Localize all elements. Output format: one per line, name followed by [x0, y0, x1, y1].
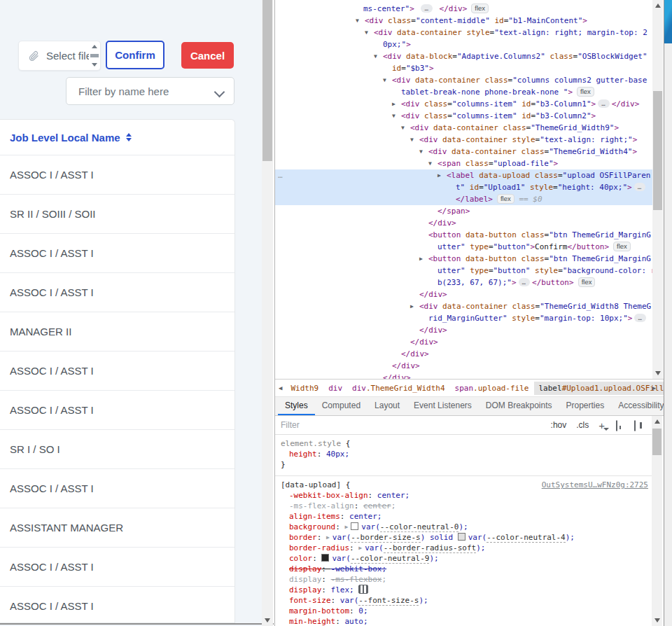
- dom-tree-node[interactable]: </div>: [275, 348, 652, 360]
- breadcrumb-back-icon[interactable]: ◀: [275, 384, 286, 391]
- table-row[interactable]: ASSISTANT MANAGER: [0, 508, 234, 548]
- styles-filter-input[interactable]: Filter: [275, 420, 551, 430]
- tree-expand-arrow-icon[interactable]: ▼: [410, 134, 419, 146]
- tree-expand-arrow-icon[interactable]: ▼: [356, 15, 365, 27]
- dom-tree-node[interactable]: rid_MarginGutter" style="margin-top: 10p…: [275, 312, 652, 324]
- table-row[interactable]: ASSOC I / ASST I: [0, 391, 234, 430]
- css-rule-line[interactable]: min-height: auto;: [275, 616, 652, 626]
- dom-tree-node[interactable]: </div>: [275, 217, 652, 229]
- ellipsis-pill[interactable]: …: [598, 99, 609, 108]
- dom-tree-node[interactable]: </div>: [275, 336, 652, 348]
- app-scrollbar-down-button[interactable]: [262, 615, 273, 626]
- tree-expand-arrow-icon[interactable]: ▼: [374, 50, 383, 62]
- dom-tree-node[interactable]: 0px;">: [275, 39, 652, 50]
- dom-tree-node[interactable]: utter" type="button">Confirm</button>fle…: [275, 241, 652, 253]
- paint-roller-icon[interactable]: [616, 421, 626, 429]
- expand-arrow-icon[interactable]: ▶: [344, 524, 348, 530]
- dom-tree-node[interactable]: </div>: [275, 372, 652, 379]
- spinner-down-icon[interactable]: [92, 63, 97, 67]
- elements-scroll-down-button[interactable]: [652, 368, 663, 379]
- tree-expand-arrow-icon[interactable]: ▶: [410, 300, 419, 312]
- table-row[interactable]: MANAGER II: [0, 312, 234, 352]
- css-rule-line[interactable]: }: [275, 459, 652, 470]
- ellipsis-pill[interactable]: …: [421, 4, 432, 13]
- dom-tree-node[interactable]: ▶<button data-button class="btn ThemeGri…: [275, 253, 652, 265]
- flex-badge[interactable]: flex: [613, 242, 631, 251]
- dom-tree-node[interactable]: ▼<div class="content-middle" id="b1-Main…: [275, 15, 652, 27]
- cancel-button[interactable]: Cancel: [181, 42, 234, 69]
- styles-scroll-up-button[interactable]: [652, 416, 662, 427]
- app-scrollbar-thumb[interactable]: [262, 0, 272, 161]
- elements-scrollbar[interactable]: [652, 0, 663, 379]
- css-rule-line[interactable]: element.style {: [275, 438, 652, 449]
- dom-tree-node[interactable]: ▼<div data-block="Adaptive.Columns2" cla…: [275, 50, 652, 62]
- dom-tree-node[interactable]: </div>: [275, 324, 652, 336]
- dom-tree-node[interactable]: ▼<div data-container style="text-align: …: [275, 27, 652, 39]
- breadcrumb-item[interactable]: Width9: [286, 382, 323, 395]
- dom-tree-node[interactable]: </label>flex == $0: [275, 193, 652, 205]
- css-rule-line[interactable]: color: var(--color-neutral-9);: [275, 553, 652, 564]
- css-rule-line[interactable]: border-radius: ▶var(--border-radius-soft…: [275, 543, 652, 553]
- breadcrumb-item[interactable]: span.upload-file: [450, 382, 534, 395]
- color-swatch[interactable]: [321, 554, 329, 562]
- table-row[interactable]: SR I / SO I: [0, 430, 234, 469]
- tree-expand-arrow-icon[interactable]: ▼: [428, 158, 438, 169]
- tab-accessibility[interactable]: Accessibility: [611, 397, 671, 415]
- css-rule-line[interactable]: margin-bottom: 0;: [275, 606, 652, 616]
- table-row[interactable]: ASSOC I / ASST I: [0, 273, 234, 312]
- dom-tree-node[interactable]: ms-center"> … </div>flex: [275, 3, 652, 15]
- styles-scroll-down-button[interactable]: [652, 615, 662, 626]
- flex-badge[interactable]: flex: [497, 194, 514, 204]
- dom-tree-node[interactable]: id="$b3">: [275, 62, 652, 74]
- color-swatch[interactable]: [458, 533, 465, 541]
- expand-arrow-icon[interactable]: ▶: [326, 534, 330, 541]
- elements-scrollbar-thumb[interactable]: [653, 91, 662, 210]
- dom-tree-node[interactable]: </div>: [275, 360, 652, 372]
- file-spinner[interactable]: [89, 42, 99, 69]
- dom-tree-node[interactable]: ▼<div data-container class="ThemeGrid_Wi…: [275, 146, 652, 158]
- css-rule-line[interactable]: display: -ms-flexbox;: [275, 574, 652, 585]
- tab-layout[interactable]: Layout: [368, 397, 407, 415]
- flex-editor-icon[interactable]: [358, 585, 368, 594]
- dom-tree-node[interactable]: ▼<span class="upload-file">: [275, 158, 652, 169]
- tree-expand-arrow-icon[interactable]: ▼: [419, 146, 428, 158]
- dom-tree-node[interactable]: t" id="Upload1" style="height: 40px;">…: [275, 181, 652, 193]
- confirm-button[interactable]: Confirm: [106, 41, 164, 69]
- spinner-up-icon[interactable]: [92, 45, 97, 48]
- tab-event-listeners[interactable]: Event Listeners: [407, 397, 479, 415]
- dom-tree-node[interactable]: ▼<div class="columns-item" id="b3-Column…: [275, 110, 652, 122]
- stylesheet-source-link[interactable]: OutSystemsU…wFNz0g:2725: [542, 480, 648, 490]
- css-rule-line[interactable]: [data-upload] {OutSystemsU…wFNz0g:2725: [275, 480, 652, 490]
- breadcrumb-item[interactable]: div.ThemeGrid_Width4: [347, 382, 449, 395]
- dom-tree-node[interactable]: ▶<div class="columns-item" id="b3-Column…: [275, 98, 652, 110]
- table-header-job-level[interactable]: Job Level Local Name: [0, 120, 234, 155]
- elements-scroll-up-button[interactable]: [652, 0, 663, 11]
- dom-tree-node[interactable]: ▼<div data-container style="text-align: …: [275, 134, 652, 146]
- select-file-input[interactable]: Select file: [18, 41, 101, 71]
- dom-tree-node[interactable]: ▼<div data-container class="columns colu…: [275, 74, 652, 86]
- node-actions-dots[interactable]: …: [278, 169, 284, 181]
- tree-expand-arrow-icon[interactable]: ▶: [392, 98, 401, 110]
- app-scrollbar[interactable]: [262, 0, 273, 626]
- css-rule-line[interactable]: -ms-flex-align: center;: [275, 501, 652, 511]
- ellipsis-pill[interactable]: …: [634, 183, 645, 191]
- css-rule-line[interactable]: background: ▶var(--color-neutral-0);: [275, 522, 652, 532]
- styles-scrollbar[interactable]: [652, 416, 662, 626]
- css-rule-line[interactable]: font-size: var(--font-size-s);: [275, 595, 652, 606]
- css-rule-line[interactable]: border: ▶var(--border-size-s) solid var(…: [275, 532, 652, 543]
- flex-badge[interactable]: flex: [578, 277, 596, 287]
- table-row[interactable]: ASSOC I / ASST I: [0, 548, 234, 587]
- dom-tree-node[interactable]: ▼<div data-container class="ThemeGrid_Wi…: [275, 122, 652, 134]
- table-row[interactable]: ASSOC I / ASST I: [0, 234, 234, 273]
- breadcrumb-forward-icon[interactable]: ▶: [649, 384, 659, 391]
- table-row[interactable]: ASSOC I / ASST I: [0, 587, 234, 623]
- dom-tree-node[interactable]: <button data-button class="btn ThemeGrid…: [275, 229, 652, 241]
- css-rule-line[interactable]: display: flex;: [275, 585, 652, 595]
- pseudo-class-toggle[interactable]: :hov: [551, 420, 567, 430]
- tab-styles[interactable]: Styles: [278, 397, 315, 415]
- expand-arrow-icon[interactable]: ▶: [358, 545, 362, 551]
- color-swatch[interactable]: [351, 522, 358, 530]
- new-style-rule-button[interactable]: +: [598, 419, 605, 431]
- css-rule-line[interactable]: -webkit-box-align: center;: [275, 490, 652, 501]
- sidebar-toggle-icon[interactable]: [634, 421, 644, 429]
